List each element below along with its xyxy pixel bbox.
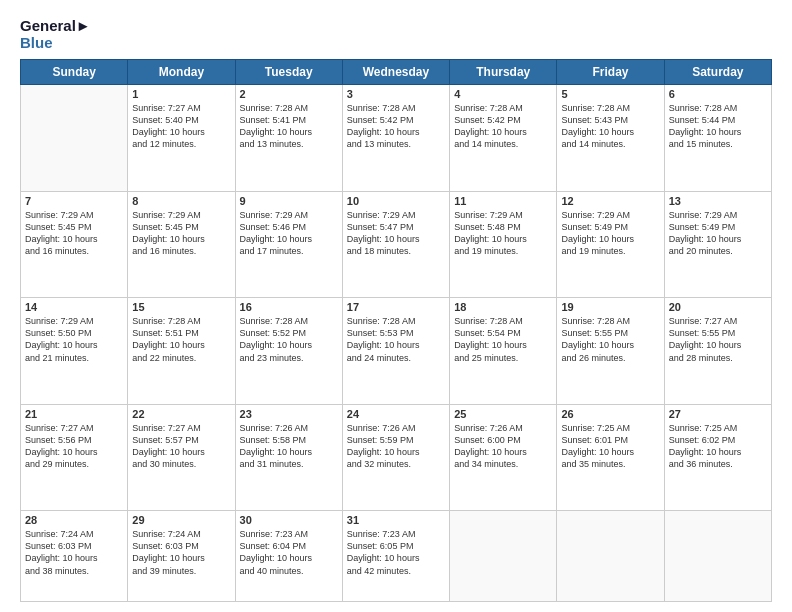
cell-info: Sunrise: 7:24 AM (25, 528, 123, 540)
calendar-cell: 2Sunrise: 7:28 AMSunset: 5:41 PMDaylight… (235, 85, 342, 192)
cell-info: and 17 minutes. (240, 245, 338, 257)
cell-info: Sunrise: 7:29 AM (454, 209, 552, 221)
day-number: 5 (561, 88, 659, 100)
cell-info: and 32 minutes. (347, 458, 445, 470)
day-number: 2 (240, 88, 338, 100)
cell-info: Daylight: 10 hours (454, 126, 552, 138)
calendar-table: SundayMondayTuesdayWednesdayThursdayFrid… (20, 59, 772, 602)
cell-info: Daylight: 10 hours (347, 233, 445, 245)
cell-info: Daylight: 10 hours (132, 233, 230, 245)
cell-info: Daylight: 10 hours (240, 233, 338, 245)
cell-info: Sunrise: 7:23 AM (347, 528, 445, 540)
calendar-cell: 23Sunrise: 7:26 AMSunset: 5:58 PMDayligh… (235, 404, 342, 511)
cell-info: Sunrise: 7:29 AM (240, 209, 338, 221)
cell-info: Sunrise: 7:29 AM (561, 209, 659, 221)
column-header-tuesday: Tuesday (235, 60, 342, 85)
day-number: 20 (669, 301, 767, 313)
cell-info: and 42 minutes. (347, 565, 445, 577)
cell-info: Daylight: 10 hours (561, 446, 659, 458)
day-number: 11 (454, 195, 552, 207)
week-row-4: 21Sunrise: 7:27 AMSunset: 5:56 PMDayligh… (21, 404, 772, 511)
calendar-cell (21, 85, 128, 192)
day-number: 23 (240, 408, 338, 420)
header: General► Blue (20, 18, 772, 51)
cell-info: and 35 minutes. (561, 458, 659, 470)
day-number: 26 (561, 408, 659, 420)
cell-info: Daylight: 10 hours (669, 233, 767, 245)
cell-info: Sunrise: 7:28 AM (669, 102, 767, 114)
column-header-sunday: Sunday (21, 60, 128, 85)
cell-info: Sunrise: 7:25 AM (561, 422, 659, 434)
cell-info: Daylight: 10 hours (347, 339, 445, 351)
cell-info: and 14 minutes. (561, 138, 659, 150)
cell-info: and 14 minutes. (454, 138, 552, 150)
cell-info: Sunrise: 7:29 AM (25, 209, 123, 221)
calendar-cell: 16Sunrise: 7:28 AMSunset: 5:52 PMDayligh… (235, 298, 342, 405)
cell-info: and 13 minutes. (240, 138, 338, 150)
calendar-cell (664, 511, 771, 602)
cell-info: and 38 minutes. (25, 565, 123, 577)
cell-info: Sunset: 5:42 PM (347, 114, 445, 126)
cell-info: Daylight: 10 hours (240, 446, 338, 458)
day-number: 13 (669, 195, 767, 207)
calendar-cell: 10Sunrise: 7:29 AMSunset: 5:47 PMDayligh… (342, 191, 449, 298)
cell-info: Sunset: 6:02 PM (669, 434, 767, 446)
logo-line1: General► (20, 18, 91, 35)
calendar-cell: 20Sunrise: 7:27 AMSunset: 5:55 PMDayligh… (664, 298, 771, 405)
cell-info: Sunset: 5:40 PM (132, 114, 230, 126)
cell-info: Sunrise: 7:28 AM (347, 102, 445, 114)
cell-info: Sunset: 5:54 PM (454, 327, 552, 339)
cell-info: Daylight: 10 hours (25, 339, 123, 351)
cell-info: and 19 minutes. (561, 245, 659, 257)
cell-info: and 13 minutes. (347, 138, 445, 150)
day-number: 19 (561, 301, 659, 313)
cell-info: Sunrise: 7:29 AM (132, 209, 230, 221)
calendar-cell: 14Sunrise: 7:29 AMSunset: 5:50 PMDayligh… (21, 298, 128, 405)
cell-info: Sunset: 5:55 PM (669, 327, 767, 339)
calendar-cell: 13Sunrise: 7:29 AMSunset: 5:49 PMDayligh… (664, 191, 771, 298)
day-number: 16 (240, 301, 338, 313)
calendar-cell: 29Sunrise: 7:24 AMSunset: 6:03 PMDayligh… (128, 511, 235, 602)
cell-info: Sunset: 5:59 PM (347, 434, 445, 446)
cell-info: Daylight: 10 hours (25, 552, 123, 564)
cell-info: and 16 minutes. (25, 245, 123, 257)
cell-info: Sunrise: 7:28 AM (347, 315, 445, 327)
calendar-cell: 12Sunrise: 7:29 AMSunset: 5:49 PMDayligh… (557, 191, 664, 298)
calendar-cell: 9Sunrise: 7:29 AMSunset: 5:46 PMDaylight… (235, 191, 342, 298)
cell-info: Sunrise: 7:28 AM (240, 102, 338, 114)
day-number: 15 (132, 301, 230, 313)
cell-info: Daylight: 10 hours (240, 126, 338, 138)
cell-info: Sunset: 5:48 PM (454, 221, 552, 233)
cell-info: Sunset: 6:05 PM (347, 540, 445, 552)
cell-info: Sunset: 5:57 PM (132, 434, 230, 446)
cell-info: Daylight: 10 hours (347, 552, 445, 564)
cell-info: and 21 minutes. (25, 352, 123, 364)
cell-info: Sunset: 6:04 PM (240, 540, 338, 552)
calendar-cell: 15Sunrise: 7:28 AMSunset: 5:51 PMDayligh… (128, 298, 235, 405)
cell-info: Sunrise: 7:28 AM (454, 315, 552, 327)
calendar-cell: 24Sunrise: 7:26 AMSunset: 5:59 PMDayligh… (342, 404, 449, 511)
cell-info: Daylight: 10 hours (454, 339, 552, 351)
cell-info: Sunrise: 7:26 AM (240, 422, 338, 434)
cell-info: and 26 minutes. (561, 352, 659, 364)
cell-info: Daylight: 10 hours (561, 339, 659, 351)
cell-info: Sunrise: 7:25 AM (669, 422, 767, 434)
day-number: 7 (25, 195, 123, 207)
cell-info: and 23 minutes. (240, 352, 338, 364)
cell-info: Daylight: 10 hours (132, 552, 230, 564)
day-number: 29 (132, 514, 230, 526)
cell-info: Sunset: 6:03 PM (132, 540, 230, 552)
calendar-cell: 31Sunrise: 7:23 AMSunset: 6:05 PMDayligh… (342, 511, 449, 602)
cell-info: and 36 minutes. (669, 458, 767, 470)
cell-info: Sunset: 5:45 PM (25, 221, 123, 233)
calendar-cell: 7Sunrise: 7:29 AMSunset: 5:45 PMDaylight… (21, 191, 128, 298)
day-number: 22 (132, 408, 230, 420)
cell-info: Sunrise: 7:28 AM (132, 315, 230, 327)
cell-info: Daylight: 10 hours (669, 446, 767, 458)
day-number: 1 (132, 88, 230, 100)
calendar-cell: 6Sunrise: 7:28 AMSunset: 5:44 PMDaylight… (664, 85, 771, 192)
calendar-cell: 3Sunrise: 7:28 AMSunset: 5:42 PMDaylight… (342, 85, 449, 192)
cell-info: Sunset: 5:50 PM (25, 327, 123, 339)
logo: General► Blue (20, 18, 91, 51)
cell-info: Daylight: 10 hours (25, 233, 123, 245)
